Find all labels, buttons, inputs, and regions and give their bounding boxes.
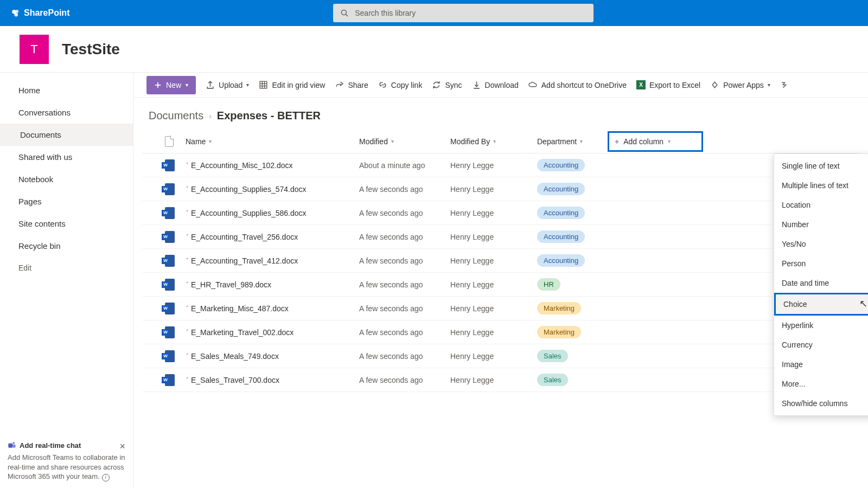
file-type-cell <box>165 159 186 171</box>
close-icon[interactable]: × <box>119 441 125 452</box>
edit-grid-label: Edit in grid view <box>272 81 325 89</box>
file-type-cell <box>165 207 186 219</box>
copy-link-button[interactable]: Copy link <box>378 80 423 89</box>
upload-button[interactable]: Upload ▾ <box>206 80 249 89</box>
modified-cell: A few seconds ago <box>359 209 450 217</box>
table-row[interactable]: ⋆E_HR_Travel_989.docxA few seconds agoHe… <box>142 273 859 297</box>
add-column-button[interactable]: + Add column ▾ <box>608 131 703 152</box>
file-type-cell <box>165 231 186 243</box>
file-name-cell[interactable]: ⋆E_Accounting_Misc_102.docx <box>186 161 359 170</box>
column-header-modified[interactable]: Modified▾ <box>359 137 450 146</box>
modified-by-cell[interactable]: Henry Legge <box>450 256 537 265</box>
column-header-department[interactable]: Department▾ <box>537 137 608 146</box>
file-name-cell[interactable]: ⋆E_Accounting_Travel_256.docx <box>186 233 359 241</box>
add-column-option-number[interactable]: Number <box>774 215 868 234</box>
add-column-option-yes-no[interactable]: Yes/No <box>774 234 868 254</box>
chevron-down-icon: ▾ <box>668 138 671 144</box>
table-row[interactable]: ⋆E_Accounting_Supplies_574.docxA few sec… <box>142 177 859 201</box>
department-pill: Marketing <box>537 326 581 338</box>
department-pill: Accounting <box>537 254 585 267</box>
add-column-option-hyperlink[interactable]: Hyperlink <box>774 316 868 335</box>
word-doc-icon <box>165 350 175 362</box>
site-logo[interactable]: T <box>20 35 49 64</box>
nav-item-notebook[interactable]: Notebook <box>0 168 133 190</box>
add-column-label: Add column <box>623 137 663 146</box>
add-column-option-person[interactable]: Person <box>774 254 868 273</box>
add-column-option-single-line-of-text[interactable]: Single line of text <box>774 156 868 176</box>
add-column-option-date-and-time[interactable]: Date and time <box>774 273 868 293</box>
download-button[interactable]: Download <box>472 80 519 89</box>
add-column-option-show-hide-columns[interactable]: Show/hide columns <box>774 394 868 413</box>
modified-by-cell[interactable]: Henry Legge <box>450 185 537 194</box>
file-name-cell[interactable]: ⋆E_Marketing_Travel_002.docx <box>186 328 359 337</box>
add-column-option-location[interactable]: Location <box>774 195 868 215</box>
file-name-text: E_Accounting_Travel_412.docx <box>191 256 298 265</box>
nav-item-site-contents[interactable]: Site contents <box>0 213 133 235</box>
modified-by-cell[interactable]: Henry Legge <box>450 161 537 170</box>
nav-item-home[interactable]: Home <box>0 79 133 101</box>
column-header-name[interactable]: Name▾ <box>186 137 359 146</box>
add-column-option-currency[interactable]: Currency <box>774 335 868 355</box>
table-row[interactable]: ⋆E_Accounting_Travel_256.docxA few secon… <box>142 225 859 249</box>
app-brand[interactable]: SharePoint <box>11 8 69 18</box>
table-row[interactable]: ⋆E_Sales_Meals_749.docxA few seconds ago… <box>142 344 859 368</box>
table-row[interactable]: ⋆E_Accounting_Travel_412.docxA few secon… <box>142 249 859 273</box>
file-name-cell[interactable]: ⋆E_Sales_Travel_700.docx <box>186 376 359 384</box>
modified-by-cell[interactable]: Henry Legge <box>450 352 537 361</box>
edit-grid-button[interactable]: Edit in grid view <box>259 80 325 89</box>
site-name[interactable]: TestSite <box>62 41 120 58</box>
breadcrumb-root[interactable]: Documents <box>149 110 203 122</box>
nav-item-recycle-bin[interactable]: Recycle bin <box>0 235 133 257</box>
file-name-cell[interactable]: ⋆E_Accounting_Supplies_586.docx <box>186 209 359 217</box>
column-header-type[interactable] <box>165 136 186 147</box>
add-column-option-more-[interactable]: More... <box>774 374 868 394</box>
file-name-cell[interactable]: ⋆E_Marketing_Misc_487.docx <box>186 304 359 313</box>
modified-cell: A few seconds ago <box>359 280 450 289</box>
modified-by-cell[interactable]: Henry Legge <box>450 376 537 384</box>
modified-by-cell[interactable]: Henry Legge <box>450 328 537 337</box>
info-icon[interactable]: i <box>102 474 110 481</box>
share-label: Share <box>348 81 368 89</box>
table-row[interactable]: ⋆E_Accounting_Misc_102.docxAbout a minut… <box>142 153 859 177</box>
add-column-option-image[interactable]: Image <box>774 355 868 374</box>
modified-by-cell[interactable]: Henry Legge <box>450 209 537 217</box>
document-grid: Name▾ Modified▾ Modified By▾ Department▾… <box>133 130 868 392</box>
modified-cell: A few seconds ago <box>359 185 450 194</box>
share-button[interactable]: Share <box>335 80 368 89</box>
file-type-cell <box>165 303 186 314</box>
new-button[interactable]: New ▾ <box>146 76 196 94</box>
table-row[interactable]: ⋆E_Accounting_Supplies_586.docxA few sec… <box>142 201 859 225</box>
power-apps-button[interactable]: Power Apps ▾ <box>710 80 770 89</box>
link-icon <box>378 80 387 89</box>
column-header-modified-by[interactable]: Modified By▾ <box>450 137 537 146</box>
modified-by-cell[interactable]: Henry Legge <box>450 304 537 313</box>
nav-item-documents[interactable]: Documents <box>0 124 133 146</box>
nav-item-conversations[interactable]: Conversations <box>0 101 133 124</box>
file-name-text: E_Accounting_Misc_102.docx <box>191 161 293 170</box>
add-shortcut-button[interactable]: Add shortcut to OneDrive <box>528 80 627 89</box>
department-pill: Accounting <box>537 230 585 243</box>
sync-button[interactable]: Sync <box>432 80 462 89</box>
add-column-option-multiple-lines-of-text[interactable]: Multiple lines of text <box>774 176 868 195</box>
file-name-cell[interactable]: ⋆E_HR_Travel_989.docx <box>186 280 359 289</box>
nav-edit-link[interactable]: Edit <box>0 257 133 279</box>
automate-button[interactable] <box>780 80 789 89</box>
chevron-down-icon: ▾ <box>246 82 249 88</box>
file-name-cell[interactable]: ⋆E_Sales_Meals_749.docx <box>186 352 359 361</box>
new-indicator-icon: ⋆ <box>186 232 189 237</box>
file-name-cell[interactable]: ⋆E_Accounting_Supplies_574.docx <box>186 185 359 194</box>
export-excel-button[interactable]: X Export to Excel <box>636 80 700 89</box>
modified-by-cell[interactable]: Henry Legge <box>450 280 537 289</box>
search-box[interactable] <box>333 4 593 22</box>
file-name-cell[interactable]: ⋆E_Accounting_Travel_412.docx <box>186 256 359 265</box>
add-column-option-choice[interactable]: Choice↖ <box>774 293 868 316</box>
department-cell: Accounting <box>537 183 608 195</box>
nav-item-shared-with-us[interactable]: Shared with us <box>0 146 133 168</box>
nav-item-pages[interactable]: Pages <box>0 190 133 213</box>
table-row[interactable]: ⋆E_Marketing_Misc_487.docxA few seconds … <box>142 297 859 320</box>
search-input[interactable] <box>355 9 587 17</box>
table-row[interactable]: ⋆E_Marketing_Travel_002.docxA few second… <box>142 320 859 344</box>
table-row[interactable]: ⋆E_Sales_Travel_700.docxA few seconds ag… <box>142 368 859 392</box>
download-icon <box>472 80 481 89</box>
modified-by-cell[interactable]: Henry Legge <box>450 233 537 241</box>
